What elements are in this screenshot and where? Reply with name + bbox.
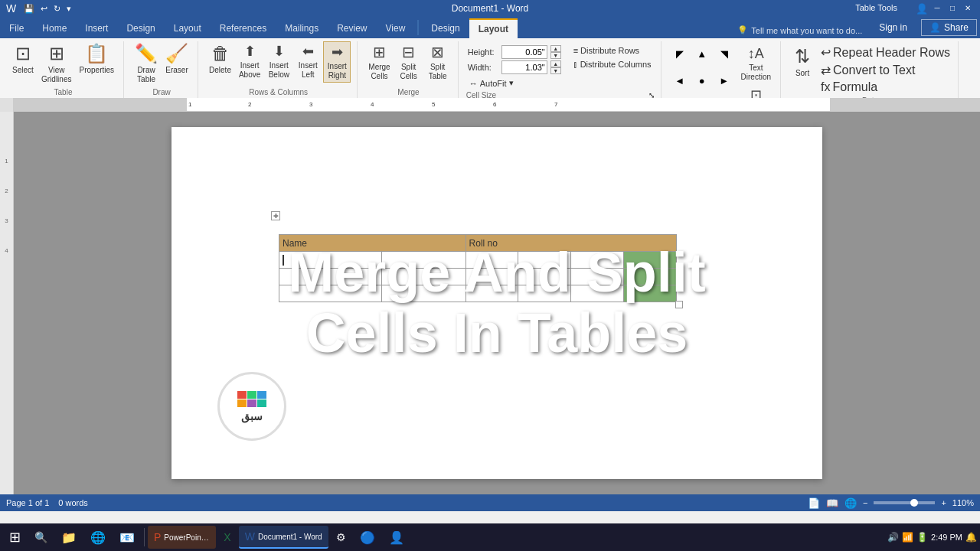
- sign-in-btn[interactable]: Sign in: [871, 17, 915, 38]
- tab-review[interactable]: Review: [328, 18, 376, 38]
- align-mc-btn[interactable]: ●: [691, 71, 713, 90]
- draw-table-btn[interactable]: ✏️ Draw Table: [132, 41, 161, 86]
- align-tc-btn[interactable]: ▲: [691, 44, 713, 63]
- taskbar-file-explorer[interactable]: 📁: [55, 526, 83, 549]
- properties-btn[interactable]: 📋 Properties: [76, 41, 117, 77]
- height-down[interactable]: ▼: [550, 52, 561, 59]
- share-btn[interactable]: 👤 Share: [921, 19, 977, 36]
- tab-view[interactable]: View: [377, 18, 415, 38]
- merge-cells-btn[interactable]: ⊞ Merge Cells: [365, 41, 393, 83]
- redo-btn[interactable]: ↻: [52, 4, 62, 14]
- cell-r3c2[interactable]: [381, 269, 466, 285]
- maximize-btn[interactable]: □: [946, 3, 959, 14]
- cell-r3c3[interactable]: [466, 269, 518, 285]
- tab-layout-main[interactable]: Layout: [165, 18, 211, 38]
- align-tl-btn[interactable]: ◤: [669, 44, 691, 63]
- cell-r2c5[interactable]: [571, 252, 624, 269]
- taskbar-internet[interactable]: 🌐: [84, 526, 112, 549]
- save-quick-btn[interactable]: 💾: [22, 4, 36, 14]
- tab-mailings[interactable]: Mailings: [276, 18, 328, 38]
- align-tr-btn[interactable]: ◥: [714, 44, 735, 63]
- cell-r3c4[interactable]: [518, 269, 571, 285]
- height-input[interactable]: [501, 45, 547, 59]
- cell-r3c1[interactable]: [279, 269, 382, 285]
- taskbar-search[interactable]: 🔍: [28, 526, 54, 549]
- zoom-out-btn[interactable]: −: [863, 498, 867, 507]
- cell-r2c2[interactable]: [381, 252, 466, 269]
- cell-r4c2[interactable]: [381, 285, 466, 302]
- split-table-btn[interactable]: ⊠ Split Table: [424, 41, 452, 83]
- split-cells-btn[interactable]: ⊟ Split Cells: [395, 41, 423, 83]
- start-button[interactable]: ⊞: [3, 526, 27, 549]
- tab-home[interactable]: Home: [33, 18, 76, 38]
- zoom-slider[interactable]: [874, 501, 935, 504]
- taskbar-app1[interactable]: ⚙: [330, 526, 352, 549]
- tab-references[interactable]: References: [211, 18, 276, 38]
- cell-r3c5[interactable]: [571, 269, 624, 285]
- taskbar-network-icon[interactable]: 📶: [902, 532, 913, 543]
- align-mr-btn[interactable]: ►: [714, 71, 735, 90]
- delete-btn[interactable]: 🗑 Delete: [206, 41, 234, 77]
- align-ml-btn[interactable]: ◄: [669, 71, 691, 90]
- select-btn[interactable]: ⊡ Select: [9, 41, 37, 77]
- table-resize-handle[interactable]: [675, 301, 683, 308]
- autofit-dropdown[interactable]: ▾: [509, 78, 514, 88]
- taskbar-excel[interactable]: X: [217, 526, 237, 549]
- taskbar-outlook[interactable]: 📧: [113, 526, 141, 549]
- view-gridlines-btn[interactable]: ⊞ View Gridlines: [38, 41, 74, 86]
- height-spinner[interactable]: ▲ ▼: [550, 45, 561, 59]
- height-up[interactable]: ▲: [550, 45, 561, 52]
- minimize-btn[interactable]: ─: [931, 3, 943, 14]
- cell-r2c6-green[interactable]: [623, 252, 676, 269]
- distribute-rows-btn[interactable]: ≡ Distribute Rows: [570, 44, 655, 57]
- repeat-header-btn[interactable]: ↩ Repeat Header Rows: [819, 44, 952, 60]
- tab-insert[interactable]: Insert: [76, 18, 117, 38]
- view-normal-icon[interactable]: 📄: [808, 497, 820, 509]
- cell-r4c1[interactable]: [279, 285, 382, 302]
- table-move-handle[interactable]: ✛: [271, 211, 280, 220]
- taskbar-battery-icon[interactable]: 🔋: [916, 532, 928, 543]
- width-spinner[interactable]: ▲ ▼: [550, 60, 561, 74]
- clock[interactable]: 2:49 PM: [931, 533, 962, 542]
- undo-btn[interactable]: ↩: [39, 4, 49, 14]
- cell-r2c3[interactable]: [466, 252, 518, 269]
- cell-r4c4[interactable]: [518, 285, 571, 302]
- tab-design-tt[interactable]: Design: [422, 18, 469, 38]
- cell-r4c6-green[interactable]: [623, 285, 676, 302]
- cell-r2c1[interactable]: [279, 252, 382, 269]
- roll-header-cell[interactable]: Roll no: [466, 235, 676, 252]
- customize-qa-btn[interactable]: ▾: [65, 4, 73, 14]
- width-down[interactable]: ▼: [550, 67, 561, 74]
- autofit-btn[interactable]: ↔ AutoFit ▾: [466, 77, 563, 90]
- taskbar-word[interactable]: W Document1 - Word: [239, 526, 328, 549]
- cell-r4c5[interactable]: [571, 285, 624, 302]
- insert-right-btn[interactable]: ➡ Insert Right: [323, 41, 351, 83]
- view-reading-icon[interactable]: 📖: [826, 497, 838, 509]
- profile-icon[interactable]: 👤: [916, 3, 928, 15]
- eraser-btn[interactable]: 🧹 Eraser: [162, 41, 191, 77]
- tab-file[interactable]: File: [0, 18, 33, 38]
- cell-r3c6-green[interactable]: [623, 269, 676, 285]
- taskbar-chrome[interactable]: 🔵: [354, 526, 381, 549]
- tell-me-input[interactable]: 💡 Tell me what you want to do...: [728, 22, 871, 38]
- convert-text-btn[interactable]: ⇄ Convert to Text: [819, 62, 952, 78]
- taskbar-powerpoint[interactable]: P PowerPoint Slide...: [148, 526, 216, 549]
- document-table[interactable]: Name Roll no: [279, 234, 677, 302]
- width-up[interactable]: ▲: [550, 60, 561, 67]
- taskbar-user[interactable]: 👤: [383, 526, 410, 549]
- name-header-cell[interactable]: Name: [279, 235, 466, 252]
- insert-above-btn[interactable]: ⬆ Insert Above: [236, 41, 263, 81]
- cell-r4c3[interactable]: [466, 285, 518, 302]
- width-input[interactable]: [501, 60, 547, 74]
- close-btn[interactable]: ✕: [962, 3, 974, 14]
- view-web-icon[interactable]: 🌐: [844, 497, 857, 509]
- text-direction-btn[interactable]: ↕A Text Direction: [738, 44, 774, 83]
- notification-icon[interactable]: 🔔: [965, 532, 977, 543]
- distribute-cols-btn[interactable]: ⫿ Distribute Columns: [570, 58, 655, 70]
- sort-btn[interactable]: ⇅ Sort: [789, 44, 816, 80]
- insert-left-btn[interactable]: ⬅ Insert Left: [294, 41, 322, 81]
- cell-r2c4[interactable]: [518, 252, 571, 269]
- zoom-in-btn[interactable]: +: [941, 498, 946, 507]
- insert-below-btn[interactable]: ⬇ Insert Below: [265, 41, 292, 81]
- tab-design-main[interactable]: Design: [117, 18, 164, 38]
